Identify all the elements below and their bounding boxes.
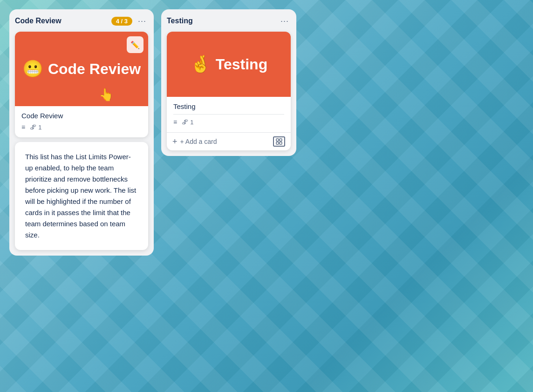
card-attachment-indicator-testing: 🖇 1 xyxy=(182,118,193,126)
list-header-right-code-review: 4 / 3 ··· xyxy=(111,16,148,26)
card-title-code-review: Code Review xyxy=(21,112,142,120)
card-code-review[interactable]: 😬 Code Review ✏️ 👆 Code Review ≡ 🖇 1 xyxy=(15,32,148,137)
card-meta-testing: ≡ 🖇 1 xyxy=(173,118,284,126)
card-count-badge: 4 / 3 xyxy=(111,17,132,26)
cover-text-code-review: Code Review xyxy=(48,61,141,78)
list-limits-tooltip: This list has the List Limits Power-up e… xyxy=(15,142,148,250)
card-cover-title-code-review: 😬 Code Review xyxy=(22,59,141,79)
card-body-testing: Testing ≡ 🖇 1 xyxy=(167,97,291,132)
card-edit-button-code-review[interactable]: ✏️ xyxy=(127,36,144,53)
svg-rect-3 xyxy=(280,142,282,144)
add-card-label: + Add a card xyxy=(180,138,217,145)
card-description-indicator-testing: ≡ xyxy=(173,118,177,126)
cover-emoji-code-review: 😬 xyxy=(22,59,43,79)
list-header-testing: Testing ··· xyxy=(167,16,291,26)
card-body-code-review: Code Review ≡ 🖇 1 xyxy=(15,106,148,137)
attachment-icon-testing: 🖇 xyxy=(182,118,188,126)
list-testing: Testing ··· 🤞 Testing Testing ≡ xyxy=(161,9,296,156)
card-testing[interactable]: 🤞 Testing Testing ≡ 🖇 1 xyxy=(167,32,291,150)
cover-emoji-testing: 🤞 xyxy=(190,54,211,74)
attachment-icon: 🖇 xyxy=(30,123,36,131)
list-header-right-testing: ··· xyxy=(279,16,291,26)
card-cover-testing: 🤞 Testing xyxy=(167,32,291,97)
list-more-button-code-review[interactable]: ··· xyxy=(136,16,148,26)
list-more-button-testing[interactable]: ··· xyxy=(279,16,291,26)
svg-rect-2 xyxy=(276,142,279,144)
attachment-count-code-review: 1 xyxy=(38,124,41,131)
card-description-indicator: ≡ xyxy=(21,123,25,131)
card-title-testing: Testing xyxy=(173,102,284,110)
description-icon-testing: ≡ xyxy=(173,118,177,126)
card-divider xyxy=(173,114,284,115)
cover-text-testing: Testing xyxy=(216,56,267,73)
description-icon: ≡ xyxy=(21,123,25,131)
card-meta-code-review: ≡ 🖇 1 xyxy=(21,123,142,131)
add-card-left: + + Add a card xyxy=(172,137,217,147)
list-title-code-review: Code Review xyxy=(15,17,62,25)
card-attachment-indicator: 🖇 1 xyxy=(30,123,41,131)
list-header-code-review: Code Review 4 / 3 ··· xyxy=(15,16,148,26)
card-cover-code-review: 😬 Code Review ✏️ xyxy=(15,32,148,106)
svg-rect-1 xyxy=(280,139,282,141)
tooltip-text: This list has the List Limits Power-up e… xyxy=(25,153,136,239)
list-title-testing: Testing xyxy=(167,17,193,25)
add-card-button[interactable]: + + Add a card xyxy=(171,133,287,150)
svg-rect-0 xyxy=(276,139,279,141)
add-plus-icon: + xyxy=(172,137,178,147)
attachment-count-testing: 1 xyxy=(190,119,193,126)
card-template-icon[interactable] xyxy=(273,136,285,147)
template-svg-icon xyxy=(276,138,282,145)
card-cover-title-testing: 🤞 Testing xyxy=(190,54,267,74)
list-code-review: Code Review 4 / 3 ··· 😬 Code Review ✏️ 👆… xyxy=(9,9,154,256)
board-container: Code Review 4 / 3 ··· 😬 Code Review ✏️ 👆… xyxy=(0,0,533,392)
